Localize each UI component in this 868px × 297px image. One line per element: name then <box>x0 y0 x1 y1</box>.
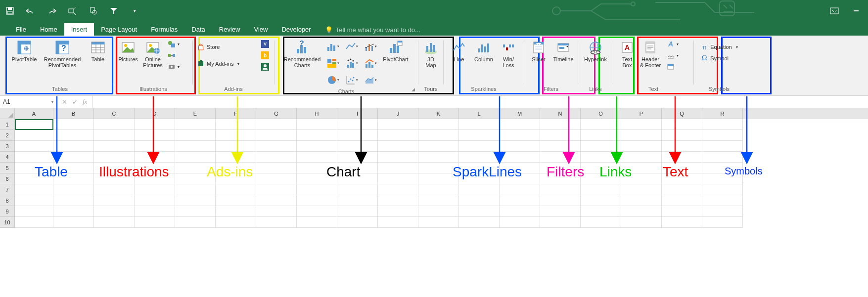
cell[interactable] <box>702 173 743 184</box>
tab-home[interactable]: Home <box>33 23 64 36</box>
cell[interactable] <box>15 130 53 141</box>
column-header[interactable]: D <box>135 108 175 119</box>
cell[interactable] <box>418 163 459 173</box>
store-button[interactable]: Store <box>195 42 258 52</box>
cell[interactable] <box>621 173 662 184</box>
cell[interactable] <box>662 141 702 152</box>
signature-button[interactable]: ▾ <box>665 50 688 61</box>
cell[interactable] <box>216 130 256 141</box>
cell[interactable] <box>459 163 500 173</box>
cell[interactable] <box>581 217 621 228</box>
hierarchy-chart-button[interactable]: ▾ <box>324 55 342 71</box>
tab-formulas[interactable]: Formulas <box>144 23 184 36</box>
cell[interactable] <box>175 130 216 141</box>
column-header[interactable]: C <box>94 108 135 119</box>
cell[interactable] <box>94 206 135 217</box>
cell[interactable] <box>540 152 581 163</box>
cell[interactable] <box>540 119 581 130</box>
cell[interactable] <box>216 141 256 152</box>
cell[interactable] <box>216 163 256 173</box>
cell[interactable] <box>662 119 702 130</box>
cell[interactable] <box>378 173 418 184</box>
cell[interactable] <box>662 173 702 184</box>
pictures-button[interactable]: Pictures <box>116 39 140 62</box>
cell[interactable] <box>621 206 662 217</box>
row-header[interactable]: 1 <box>0 119 15 130</box>
cell[interactable] <box>175 163 216 173</box>
cell[interactable] <box>216 184 256 195</box>
cell[interactable] <box>540 163 581 173</box>
cell[interactable] <box>378 130 418 141</box>
tab-insert[interactable]: Insert <box>64 23 94 36</box>
pie-chart-button[interactable]: ▾ <box>324 72 342 88</box>
cell[interactable] <box>500 173 540 184</box>
cell[interactable] <box>337 163 378 173</box>
cell[interactable] <box>15 141 53 152</box>
sparkline-line-button[interactable]: Line <box>447 39 471 62</box>
smartart-button[interactable] <box>166 50 190 61</box>
column-header[interactable]: K <box>418 108 459 119</box>
column-header[interactable]: F <box>216 108 256 119</box>
cell[interactable] <box>500 130 540 141</box>
cell[interactable] <box>256 206 297 217</box>
row-header[interactable]: 7 <box>0 184 15 195</box>
cell[interactable] <box>297 184 337 195</box>
touch-mode-icon[interactable] <box>66 5 78 17</box>
cell[interactable] <box>216 173 256 184</box>
slicer-button[interactable]: Slicer <box>527 39 550 62</box>
formula-input[interactable] <box>92 98 868 105</box>
cell[interactable] <box>94 195 135 206</box>
cell[interactable] <box>53 130 94 141</box>
cell[interactable] <box>500 152 540 163</box>
cell[interactable] <box>94 119 135 130</box>
cell[interactable] <box>15 195 53 206</box>
cell[interactable] <box>94 173 135 184</box>
online-pictures-button[interactable]: Online Pictures <box>141 39 165 68</box>
cell[interactable] <box>500 141 540 152</box>
cell[interactable] <box>53 141 94 152</box>
cell[interactable] <box>662 195 702 206</box>
cell[interactable] <box>378 195 418 206</box>
cell[interactable] <box>540 195 581 206</box>
cell[interactable] <box>94 163 135 173</box>
cell[interactable] <box>621 163 662 173</box>
column-header[interactable]: P <box>621 108 662 119</box>
cell[interactable] <box>581 141 621 152</box>
symbol-button[interactable]: ΩSymbol <box>698 53 739 64</box>
cell[interactable] <box>662 152 702 163</box>
tab-data[interactable]: Data <box>184 23 212 36</box>
charts-launcher[interactable]: ◢ <box>411 87 416 92</box>
cell[interactable] <box>337 195 378 206</box>
cell[interactable] <box>337 206 378 217</box>
cell[interactable] <box>53 184 94 195</box>
surface-chart-button[interactable]: ▾ <box>362 72 379 88</box>
cell[interactable] <box>135 130 175 141</box>
cell[interactable] <box>135 141 175 152</box>
bing-addin-button[interactable]: b <box>259 50 272 61</box>
cell[interactable] <box>53 163 94 173</box>
filter-icon[interactable] <box>108 5 120 17</box>
cell[interactable] <box>418 173 459 184</box>
cell[interactable] <box>459 141 500 152</box>
cell[interactable] <box>256 163 297 173</box>
cell[interactable] <box>175 119 216 130</box>
cell[interactable] <box>297 141 337 152</box>
cell[interactable] <box>662 163 702 173</box>
screenshot-button[interactable]: ▾ <box>166 61 190 72</box>
cell[interactable] <box>94 184 135 195</box>
cell[interactable] <box>662 130 702 141</box>
cell[interactable] <box>256 173 297 184</box>
cell[interactable] <box>256 130 297 141</box>
cell[interactable] <box>418 184 459 195</box>
minimize-icon[interactable] <box>850 5 862 17</box>
cell[interactable] <box>297 130 337 141</box>
cell[interactable] <box>459 206 500 217</box>
ribbon-options-icon[interactable] <box>828 5 840 17</box>
cell[interactable] <box>216 206 256 217</box>
tab-view[interactable]: View <box>247 23 274 36</box>
cell[interactable] <box>500 184 540 195</box>
undo-icon[interactable] <box>25 5 37 17</box>
cell[interactable] <box>702 152 743 163</box>
cell[interactable] <box>94 130 135 141</box>
cell[interactable] <box>256 119 297 130</box>
